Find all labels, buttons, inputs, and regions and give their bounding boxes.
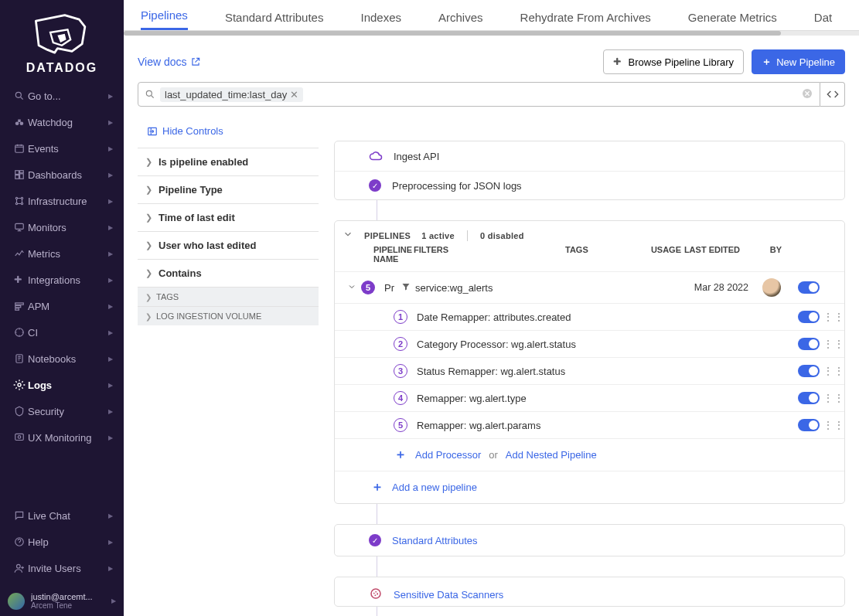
nav-label: Infrastructure — [28, 196, 108, 207]
nav-item-infrastructure[interactable]: Infrastructure ▶ — [0, 188, 124, 214]
nav-item-logs[interactable]: Logs ▶ — [0, 372, 124, 398]
nav-label: Events — [28, 143, 108, 155]
svg-point-21 — [18, 436, 21, 439]
browse-pipeline-library-button[interactable]: Browse Pipeline Library — [603, 49, 745, 74]
external-link-icon — [190, 56, 201, 67]
nav-item-notebooks[interactable]: Notebooks ▶ — [0, 345, 124, 372]
nav-item-help[interactable]: Help ▶ — [0, 529, 124, 555]
search-row: last_updated_time:last_day ✕ — [124, 82, 859, 117]
chip-remove-icon[interactable]: ✕ — [290, 89, 298, 100]
nav-item-monitors[interactable]: Monitors ▶ — [0, 214, 124, 240]
svg-point-23 — [17, 564, 21, 568]
processor-count-badge: 5 — [361, 281, 375, 294]
drag-handle-icon[interactable]: ⋮⋮ — [823, 338, 833, 350]
add-new-pipeline-row: ＋ Add a new pipeline — [335, 471, 844, 503]
nav-item-metrics[interactable]: Metrics ▶ — [0, 240, 124, 267]
nav-item-ux-monitoring[interactable]: UX Monitoring ▶ — [0, 424, 124, 451]
drag-handle-icon[interactable]: ⋮⋮ — [823, 419, 833, 431]
facet-pipeline-type[interactable]: ❯Pipeline Type — [138, 175, 319, 203]
tab-scrollbar[interactable] — [124, 31, 859, 36]
tab-rehydrate-from-archives[interactable]: Rehydrate From Archives — [520, 11, 651, 30]
search-icon — [11, 90, 28, 101]
pipelines-panel: Ingest API ✓ Preprocessing for JSON logs… — [334, 117, 845, 616]
user-avatar — [8, 593, 25, 610]
hide-controls-button[interactable]: Hide Controls — [138, 117, 319, 148]
tab-indexes[interactable]: Indexes — [360, 11, 401, 30]
preprocessing-row[interactable]: ✓ Preprocessing for JSON logs — [335, 172, 844, 199]
collapse-all-icon[interactable] — [343, 229, 353, 242]
table-header: PIPELINE NAME FILTERS TAGS USAGE LAST ED… — [335, 245, 844, 271]
nav-item-security[interactable]: Security ▶ — [0, 398, 124, 424]
view-docs-link[interactable]: View docs — [138, 56, 201, 68]
drag-handle-icon[interactable]: ⋮⋮ — [823, 365, 833, 377]
clear-search-icon[interactable] — [801, 87, 813, 102]
add-processor-row: ＋ Add Processor or Add Nested Pipeline — [335, 438, 844, 471]
filter-chip[interactable]: last_updated_time:last_day ✕ — [160, 87, 303, 102]
dashboard-icon — [11, 169, 28, 180]
pipeline-row[interactable]: 5 Pr service:wg_alerts Mar 28 2022 — [335, 271, 844, 303]
facet-label: Is pipeline enabled — [159, 156, 248, 168]
nav-item-invite-users[interactable]: Invite Users ▶ — [0, 555, 124, 581]
expand-pipeline-icon[interactable] — [343, 282, 361, 294]
tab-standard-attributes[interactable]: Standard Attributes — [225, 11, 324, 30]
tab-pipelines[interactable]: Pipelines — [141, 9, 188, 30]
processor-row[interactable]: 4 Remapper: wg.alert.type ⋮⋮ — [335, 384, 844, 411]
nav-item-apm[interactable]: APM ▶ — [0, 293, 124, 319]
tab-archives[interactable]: Archives — [438, 11, 483, 30]
svg-rect-6 — [20, 171, 24, 173]
search-input[interactable]: last_updated_time:last_day ✕ — [138, 82, 820, 107]
user-menu[interactable]: justin@arcemt... Arcem Tene ▶ — [0, 586, 124, 616]
subfacet-tags[interactable]: ❯TAGS — [138, 287, 319, 306]
code-view-toggle[interactable] — [820, 82, 845, 107]
subfacet-log-ingestion-volume[interactable]: ❯LOG INGESTION VOLUME — [138, 306, 319, 325]
nav-item-live-chat[interactable]: Live Chat ▶ — [0, 502, 124, 529]
processor-row[interactable]: 3 Status Remapper: wg.alert.status ⋮⋮ — [335, 357, 844, 384]
nav-label: UX Monitoring — [28, 432, 108, 444]
help-icon — [11, 536, 28, 547]
nav-item-watchdog[interactable]: Watchdog ▶ — [0, 109, 124, 135]
nav-item-ci[interactable]: CI ▶ — [0, 319, 124, 345]
nav-label: Monitors — [28, 222, 108, 233]
add-new-pipeline-link[interactable]: Add a new pipeline — [392, 482, 477, 493]
sensitive-scanners-link[interactable]: Sensitive Data Scanners — [394, 589, 503, 601]
facet-time-of-last-edit[interactable]: ❯Time of last edit — [138, 203, 319, 231]
drag-handle-icon[interactable]: ⋮⋮ — [823, 311, 833, 323]
caret-right-icon: ▶ — [111, 597, 116, 604]
nav-item-go-to-[interactable]: Go to... ▶ — [0, 83, 124, 109]
caret-right-icon: ▶ — [108, 119, 113, 126]
drag-handle-icon[interactable]: ⋮⋮ — [823, 392, 833, 404]
standard-attributes-link[interactable]: Standard Attributes — [392, 535, 478, 546]
nav-item-dashboards[interactable]: Dashboards ▶ — [0, 162, 124, 188]
processor-row[interactable]: 5 Remapper: wg.alert.params ⋮⋮ — [335, 411, 844, 438]
nav-item-events[interactable]: Events ▶ — [0, 135, 124, 162]
nav-item-integrations[interactable]: Integrations ▶ — [0, 267, 124, 293]
sensitive-scanners-card[interactable]: Sensitive Data Scanners — [334, 577, 845, 607]
processor-enable-toggle[interactable] — [798, 419, 820, 431]
metrics-icon — [11, 248, 28, 259]
svg-point-24 — [146, 90, 152, 96]
facet-contains[interactable]: ❯Contains — [138, 259, 319, 287]
pipeline-enable-toggle[interactable] — [798, 281, 820, 294]
svg-rect-16 — [15, 308, 19, 310]
tab-dat[interactable]: Dat — [814, 11, 832, 30]
caret-right-icon: ▶ — [108, 93, 113, 100]
processor-enable-toggle[interactable] — [798, 392, 820, 404]
tab-generate-metrics[interactable]: Generate Metrics — [688, 11, 777, 30]
processor-label: Date Remapper: attributes.created — [417, 311, 795, 323]
standard-attributes-card[interactable]: ✓ Standard Attributes — [334, 524, 845, 556]
processor-enable-toggle[interactable] — [798, 338, 820, 350]
add-nested-pipeline-link[interactable]: Add Nested Pipeline — [506, 449, 597, 461]
processor-enable-toggle[interactable] — [798, 365, 820, 377]
facet-user-who-last-edited[interactable]: ❯User who last edited — [138, 231, 319, 259]
col-filters: FILTERS — [414, 245, 565, 264]
processor-row[interactable]: 2 Category Processor: wg.alert.status ⋮⋮ — [335, 330, 844, 357]
new-pipeline-button[interactable]: ＋ New Pipeline — [752, 49, 845, 74]
pipelines-summary: PIPELINES 1 active 0 disabled — [335, 221, 844, 245]
facet-is-pipeline-enabled[interactable]: ❯Is pipeline enabled — [138, 148, 319, 175]
filter-icon — [401, 282, 411, 294]
processor-enable-toggle[interactable] — [798, 311, 820, 323]
add-processor-link[interactable]: Add Processor — [415, 449, 481, 461]
plus-icon: ＋ — [762, 55, 772, 69]
processor-row[interactable]: 1 Date Remapper: attributes.created ⋮⋮ — [335, 303, 844, 330]
brand-name: DATADOG — [0, 61, 124, 75]
